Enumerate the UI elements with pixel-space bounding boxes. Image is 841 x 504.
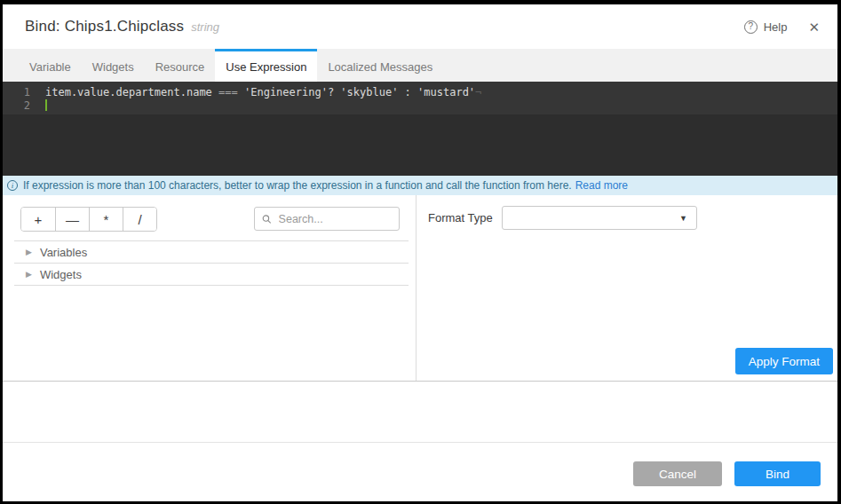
format-type-row: Format Type ▼ bbox=[428, 206, 837, 230]
info-message: If expression is more than 100 character… bbox=[23, 179, 572, 192]
property-type-label: string bbox=[191, 20, 219, 34]
line-number: 1 bbox=[3, 86, 30, 99]
info-icon: i bbox=[7, 180, 18, 191]
trailing-whitespace-marker: ¬ bbox=[475, 86, 481, 98]
minus-operator-button[interactable]: — bbox=[55, 208, 89, 231]
sources-tree: ▶ Variables ▶ Widgets bbox=[14, 240, 409, 286]
tab-label: Localized Messages bbox=[328, 60, 432, 74]
search-input[interactable] bbox=[277, 212, 392, 226]
dialog-footer: Cancel Bind bbox=[3, 442, 837, 501]
main-area: + — * / ▶ Variables bbox=[3, 195, 837, 382]
help-icon: ? bbox=[744, 20, 758, 34]
text-cursor bbox=[45, 99, 47, 111]
dialog-header: Bind: Chips1.Chipclass string ? Help ✕ bbox=[3, 4, 837, 49]
search-icon bbox=[262, 214, 272, 224]
tab-label: Variable bbox=[29, 60, 71, 74]
tree-item-label: Widgets bbox=[40, 268, 82, 281]
format-type-select[interactable]: ▼ bbox=[502, 206, 697, 230]
expression-sources-panel: + — * / ▶ Variables bbox=[3, 195, 417, 381]
tab-variable[interactable]: Variable bbox=[19, 49, 82, 82]
format-panel: Format Type ▼ Apply Format bbox=[417, 195, 837, 381]
tree-item-variables[interactable]: ▶ Variables bbox=[14, 241, 409, 264]
search-field bbox=[254, 207, 400, 231]
line-number: 2 bbox=[3, 99, 30, 113]
tab-bar: Variable Widgets Resource Use Expression… bbox=[3, 49, 837, 82]
bind-dialog: Bind: Chips1.Chipclass string ? Help ✕ V… bbox=[3, 4, 837, 501]
cancel-button[interactable]: Cancel bbox=[633, 461, 722, 486]
code-text: item.value.department.name === 'Engineer… bbox=[30, 86, 481, 99]
tab-label: Use Expression bbox=[226, 60, 306, 74]
code-line-1: 1 item.value.department.name === 'Engine… bbox=[3, 86, 837, 99]
help-label: Help bbox=[764, 20, 788, 34]
tab-label: Widgets bbox=[92, 60, 134, 74]
code-line-2: 2 bbox=[3, 99, 837, 113]
toolbar: + — * / bbox=[3, 195, 416, 232]
code-text bbox=[30, 99, 47, 113]
plus-operator-button[interactable]: + bbox=[21, 208, 55, 231]
tab-use-expression[interactable]: Use Expression bbox=[215, 49, 317, 82]
tree-item-label: Variables bbox=[40, 246, 87, 259]
code-lines: 1 item.value.department.name === 'Engine… bbox=[3, 82, 837, 114]
header-actions: ? Help ✕ bbox=[744, 20, 820, 34]
operator-button-group: + — * / bbox=[20, 207, 157, 232]
tree-item-widgets[interactable]: ▶ Widgets bbox=[14, 264, 409, 286]
tab-label: Resource bbox=[155, 60, 205, 74]
help-button[interactable]: ? Help bbox=[744, 20, 788, 34]
page-title: Bind: Chips1.Chipclass bbox=[25, 18, 184, 35]
chevron-right-icon: ▶ bbox=[26, 270, 32, 279]
info-banner: i If expression is more than 100 charact… bbox=[3, 176, 837, 195]
expression-code-editor[interactable]: 1 item.value.department.name === 'Engine… bbox=[3, 82, 837, 176]
tab-resource[interactable]: Resource bbox=[145, 49, 216, 82]
chevron-right-icon: ▶ bbox=[26, 248, 32, 256]
close-icon[interactable]: ✕ bbox=[808, 20, 820, 34]
format-type-label: Format Type bbox=[428, 211, 502, 224]
bind-button[interactable]: Bind bbox=[734, 461, 821, 486]
tab-localized-messages[interactable]: Localized Messages bbox=[317, 49, 443, 82]
empty-area bbox=[3, 382, 837, 442]
read-more-link[interactable]: Read more bbox=[575, 179, 628, 192]
multiply-operator-button[interactable]: * bbox=[89, 208, 123, 231]
caret-down-icon: ▼ bbox=[679, 214, 687, 223]
divide-operator-button[interactable]: / bbox=[123, 208, 156, 231]
apply-format-button[interactable]: Apply Format bbox=[735, 348, 833, 374]
tab-widgets[interactable]: Widgets bbox=[82, 49, 145, 82]
